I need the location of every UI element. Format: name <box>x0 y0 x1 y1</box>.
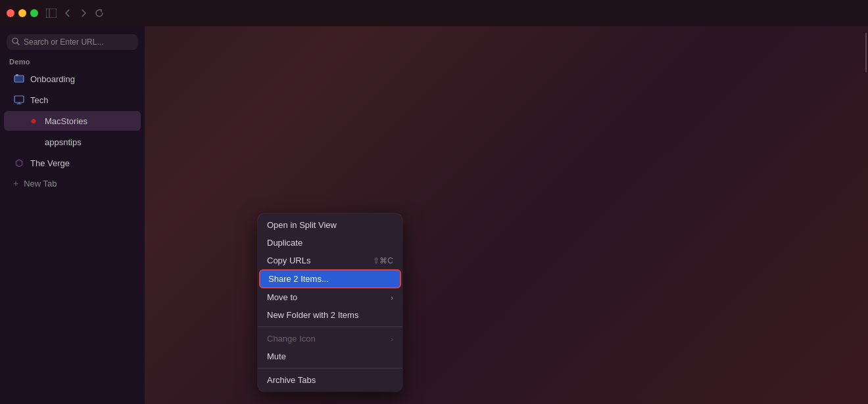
onboarding-icon <box>13 73 25 85</box>
menu-item-new-folder[interactable]: New Folder with 2 Items <box>258 306 402 324</box>
sidebar-item-macstories-label: MacStories <box>45 116 87 126</box>
sidebar-item-onboarding[interactable]: Onboarding <box>4 69 141 89</box>
menu-item-share-2-items[interactable]: Share 2 Items... <box>259 269 401 288</box>
search-bar[interactable]: Search or Enter URL... <box>7 34 138 50</box>
sidebar-item-tech-label: Tech <box>30 95 48 105</box>
menu-item-change-icon-arrow: › <box>391 335 393 343</box>
content-area: Open in Split View Duplicate Copy URLs ⇧… <box>145 26 868 404</box>
sidebar: Search or Enter URL... Demo Onboarding <box>0 26 145 404</box>
back-button[interactable] <box>63 9 72 18</box>
menu-item-duplicate[interactable]: Duplicate <box>258 234 402 252</box>
sidebar-item-onboarding-label: Onboarding <box>30 74 75 84</box>
appsntips-icon <box>28 136 39 148</box>
menu-item-move-to-label: Move to <box>267 292 297 302</box>
minimize-button[interactable] <box>18 9 26 17</box>
menu-item-new-folder-label: New Folder with 2 Items <box>267 310 358 320</box>
menu-item-change-icon-label: Change Icon <box>267 334 316 344</box>
menu-item-duplicate-label: Duplicate <box>267 238 302 248</box>
sidebar-item-tech[interactable]: Tech <box>4 90 141 110</box>
svg-rect-6 <box>14 96 24 102</box>
reload-button[interactable] <box>95 9 104 18</box>
sidebar-item-appsntips[interactable]: appsntips <box>4 132 141 152</box>
sidebar-toggle-button[interactable] <box>46 9 57 18</box>
sidebar-item-appsntips-label: appsntips <box>45 137 82 147</box>
search-placeholder: Search or Enter URL... <box>24 37 103 47</box>
tech-icon <box>13 94 25 106</box>
menu-item-mute-label: Mute <box>267 351 286 361</box>
menu-item-mute[interactable]: Mute <box>258 348 402 365</box>
new-tab-icon: + <box>13 178 18 189</box>
macstories-icon: ● <box>28 115 39 127</box>
svg-line-3 <box>17 43 19 45</box>
menu-item-copy-url[interactable]: Copy URLs ⇧⌘C <box>258 252 402 269</box>
app-window: Search or Enter URL... Demo Onboarding <box>0 0 868 404</box>
the-verge-icon: ⬡ <box>13 157 25 169</box>
new-tab-item[interactable]: + New Tab <box>4 174 141 192</box>
forward-button[interactable] <box>79 9 88 18</box>
svg-rect-5 <box>16 74 18 76</box>
menu-item-change-icon[interactable]: Change Icon › <box>258 330 402 348</box>
sidebar-item-macstories[interactable]: ● MacStories <box>4 111 141 131</box>
section-label: Demo <box>0 55 145 68</box>
menu-item-copy-url-label: Copy URLs <box>267 256 310 265</box>
menu-item-open-split-view-label: Open in Split View <box>267 220 337 230</box>
close-button[interactable] <box>7 9 14 17</box>
titlebar-controls <box>63 9 104 18</box>
menu-separator-1 <box>258 326 402 327</box>
traffic-lights <box>7 9 38 17</box>
sidebar-item-the-verge[interactable]: ⬡ The Verge <box>4 153 141 173</box>
new-tab-label: New Tab <box>24 179 57 189</box>
svg-rect-0 <box>46 9 57 18</box>
scrollbar-thumb <box>865 33 867 72</box>
context-menu: Open in Split View Duplicate Copy URLs ⇧… <box>258 213 402 392</box>
sidebar-item-the-verge-label: The Verge <box>30 158 70 168</box>
main-layout: Search or Enter URL... Demo Onboarding <box>0 26 868 404</box>
maximize-button[interactable] <box>30 9 38 17</box>
menu-item-open-split-view[interactable]: Open in Split View <box>258 216 402 234</box>
right-scrollbar <box>864 26 868 404</box>
titlebar <box>0 0 868 26</box>
menu-item-copy-url-shortcut: ⇧⌘C <box>373 256 393 265</box>
svg-rect-4 <box>14 76 24 82</box>
menu-separator-2 <box>258 368 402 369</box>
menu-item-move-to-arrow: › <box>391 294 393 302</box>
menu-item-archive-tabs[interactable]: Archive Tabs <box>258 371 402 389</box>
menu-item-move-to[interactable]: Move to › <box>258 288 402 306</box>
search-icon <box>12 37 20 47</box>
menu-item-share-2-items-label: Share 2 Items... <box>268 274 329 284</box>
menu-item-archive-tabs-label: Archive Tabs <box>267 375 316 385</box>
